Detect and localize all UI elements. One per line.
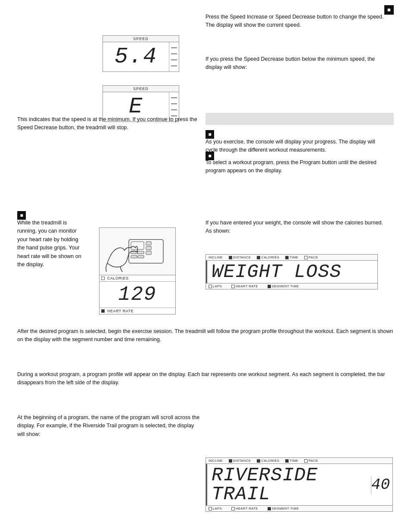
hand-illustration [100,228,175,275]
riverside-top-bar: INCLINE DISTANCE CALORIES TIME PACE [206,458,392,464]
body-text-1: Press the Speed Increase or Speed Decrea… [206,13,386,30]
section-4-badge: ■ [17,211,26,220]
body-text-section4: While the treadmill is running, you can … [17,219,86,269]
calories-checkbox [101,277,105,280]
weightloss-main-value: WEIGHT LOSS [207,261,346,283]
riverside-segment-num: 40 [371,476,392,494]
highlight-bar [206,113,394,125]
svg-rect-4 [146,246,151,250]
speed-value-1: 5.4 [103,42,169,72]
section-2-badge: ■ [206,130,214,139]
svg-rect-7 [131,255,137,258]
r-segment-time-label: SEGMENT TIME [268,507,299,510]
calories-top-label: CALORIES [257,255,279,259]
body-text-mid3: At the beginning of a program, the name … [17,414,202,439]
body-text-3: This indicates that the speed is at the … [17,115,198,132]
heart-rate-checkbox [101,309,105,313]
distance-label: DISTANCE [229,255,251,259]
speed-label-1: SPEED [103,36,179,42]
calories-value: 129 [100,282,175,308]
body-text-section3: To select a workout program, press the P… [206,159,386,175]
incline-label: INCLINE [209,255,223,259]
weightloss-bottom-bar: LAPS HEART RATE SEGMENT TIME [206,283,377,289]
body-text-section4b: If you have entered your weight, the con… [206,219,386,236]
time-label: TIME [285,255,298,259]
body-text-mid: After the desired program is selected, b… [17,327,396,344]
hand-svg [103,229,172,274]
calories-panel: CALORIES 129 HEART RATE [99,227,176,314]
svg-rect-3 [146,242,151,245]
riverside-bottom-bar: LAPS HEART RATE SEGMENT TIME [206,505,392,511]
heart-rate-bottom: HEART RATE [231,284,258,288]
speed-display-1: SPEED 5.4 [103,35,179,72]
weightloss-top-bar: INCLINE DISTANCE CALORIES TIME PACE [206,255,377,261]
pace-label: PACE [304,255,318,259]
r-heart-rate-label: HEART RATE [231,507,258,510]
body-text-2: If you press the Speed Decrease button b… [206,55,386,72]
r-time-label: TIME [285,459,298,463]
segment-time-label: SEGMENT TIME [268,284,299,288]
heart-rate-label: HEART RATE [100,308,175,314]
r-calories-label: CALORIES [257,459,279,463]
r-distance-label: DISTANCE [229,459,251,463]
body-text-section2: As you exercise, the console will displa… [206,138,386,155]
svg-rect-8 [138,255,144,258]
weightloss-display: INCLINE DISTANCE CALORIES TIME PACE WEIG… [206,254,378,289]
body-text-mid2: During a workout program, a program prof… [17,370,396,387]
r-incline-label: INCLINE [209,459,223,463]
riverside-display: INCLINE DISTANCE CALORIES TIME PACE RIVE… [206,457,393,512]
r-laps-label: LAPS [209,507,222,510]
laps-label: LAPS [209,284,222,288]
riverside-main-value: RIVERSIDE TRAIL [207,464,371,505]
svg-rect-5 [146,251,151,255]
calories-label: CALORIES [100,275,175,282]
speed-label-2: SPEED [103,86,179,92]
r-pace-label: PACE [304,459,318,463]
